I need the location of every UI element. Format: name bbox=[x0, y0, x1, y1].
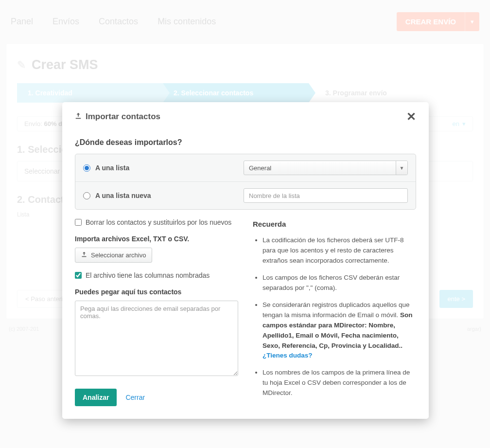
import-contacts-modal: Importar contactos ✕ ¿Dónde deseas impor… bbox=[62, 102, 429, 419]
pencil-icon: ✎ bbox=[17, 59, 26, 72]
caret-down-icon: ▾ bbox=[471, 18, 474, 25]
envio-right-label: en bbox=[453, 120, 459, 127]
reminder-text: Se considerarán registros duplicados aqu… bbox=[262, 301, 409, 319]
select-file-button[interactable]: Seleccionar archivo bbox=[75, 248, 152, 263]
next-step-button[interactable]: ente > bbox=[439, 290, 473, 308]
paste-contacts-textarea[interactable] bbox=[75, 301, 238, 376]
step-label: 2. Seleccionar contactos bbox=[174, 89, 253, 97]
radio-existing-label: A una lista bbox=[95, 164, 129, 172]
columns-named-input[interactable] bbox=[75, 272, 82, 279]
columns-named-checkbox[interactable]: El archivo tiene las columnas nombradas bbox=[75, 271, 238, 279]
radio-new-list[interactable]: A una lista nueva bbox=[83, 192, 239, 199]
upload-icon bbox=[75, 112, 82, 122]
envio-right-toggle[interactable]: en ▾ bbox=[453, 120, 466, 127]
modal-title-text: Importar contactos bbox=[86, 112, 160, 122]
footer-left: (c) 2007-201 bbox=[9, 326, 39, 332]
step-creatividad[interactable]: 1. Creatividad bbox=[17, 83, 163, 103]
destination-radio-group: A una lista General ▼ A una lista nueva bbox=[75, 154, 416, 210]
reminder-item: La codificación de los ficheros deberá s… bbox=[262, 235, 416, 266]
reminder-item: Se considerarán registros duplicados aqu… bbox=[262, 300, 416, 361]
delete-and-replace-input[interactable] bbox=[75, 219, 82, 226]
step-arrow-icon bbox=[163, 83, 170, 103]
nav-envios[interactable]: Envíos bbox=[52, 17, 79, 27]
analyze-button[interactable]: Analizar bbox=[75, 389, 117, 406]
nav-panel[interactable]: Panel bbox=[11, 17, 33, 27]
create-envio-caret[interactable]: ▾ bbox=[465, 12, 479, 31]
destination-question: ¿Dónde deseas importarlos? bbox=[75, 138, 416, 147]
top-nav: Panel Envíos Contactos Mis contenidos CR… bbox=[6, 0, 484, 43]
paste-contacts-heading: Puedes pegar aquí tus contactos bbox=[75, 288, 238, 296]
envio-value: 60% d bbox=[44, 120, 62, 127]
footer-right: argar) bbox=[467, 326, 481, 332]
step-seleccionar-contactos[interactable]: 2. Seleccionar contactos bbox=[163, 83, 309, 103]
reminders: Recuerda La codificación de los ficheros… bbox=[253, 218, 416, 406]
reminder-item: Los campos de los ficheros CSV deberán e… bbox=[262, 273, 416, 293]
modal-close-button[interactable]: ✕ bbox=[406, 111, 416, 123]
nav-contactos[interactable]: Contactos bbox=[99, 17, 138, 27]
radio-new-list-input[interactable] bbox=[83, 192, 90, 199]
import-files-heading: Importa archivos Excel, TXT o CSV. bbox=[75, 235, 238, 243]
reminders-heading: Recuerda bbox=[253, 218, 416, 230]
doubts-link[interactable]: ¿Tienes dudas? bbox=[262, 352, 313, 359]
nav-mis-contenidos[interactable]: Mis contenidos bbox=[158, 17, 216, 27]
wizard-steps: 1. Creatividad 2. Seleccionar contactos … bbox=[17, 83, 473, 103]
caret-down-icon: ▼ bbox=[396, 161, 407, 175]
radio-new-label: A una lista nueva bbox=[95, 192, 151, 199]
new-list-name-input[interactable] bbox=[244, 188, 408, 203]
existing-list-select[interactable]: General ▼ bbox=[244, 161, 408, 175]
page-title: Crear SMS bbox=[32, 57, 98, 72]
delete-and-replace-checkbox[interactable]: Borrar los contactos y sustituirlos por … bbox=[75, 218, 238, 226]
radio-existing-list[interactable]: A una lista bbox=[83, 164, 239, 172]
delete-and-replace-label: Borrar los contactos y sustituirlos por … bbox=[86, 218, 231, 226]
reminder-item: Los nombres de los campos de la primera … bbox=[262, 368, 416, 398]
step-label: 1. Creatividad bbox=[28, 89, 72, 97]
create-envio-button[interactable]: CREAR ENVÍO bbox=[397, 12, 465, 31]
envio-prefix: Envío: bbox=[24, 120, 42, 127]
select-file-label: Seleccionar archivo bbox=[91, 251, 146, 259]
columns-named-label: El archivo tiene las columnas nombradas bbox=[86, 271, 210, 279]
close-link[interactable]: Cerrar bbox=[125, 394, 145, 401]
step-label: 3. Programar envío bbox=[325, 89, 387, 97]
caret-down-icon: ▾ bbox=[462, 120, 466, 127]
existing-list-value: General bbox=[244, 161, 396, 175]
step-programar-envio[interactable]: 3. Programar envío bbox=[309, 83, 398, 103]
upload-icon bbox=[81, 251, 87, 259]
radio-existing-list-input[interactable] bbox=[83, 164, 90, 172]
